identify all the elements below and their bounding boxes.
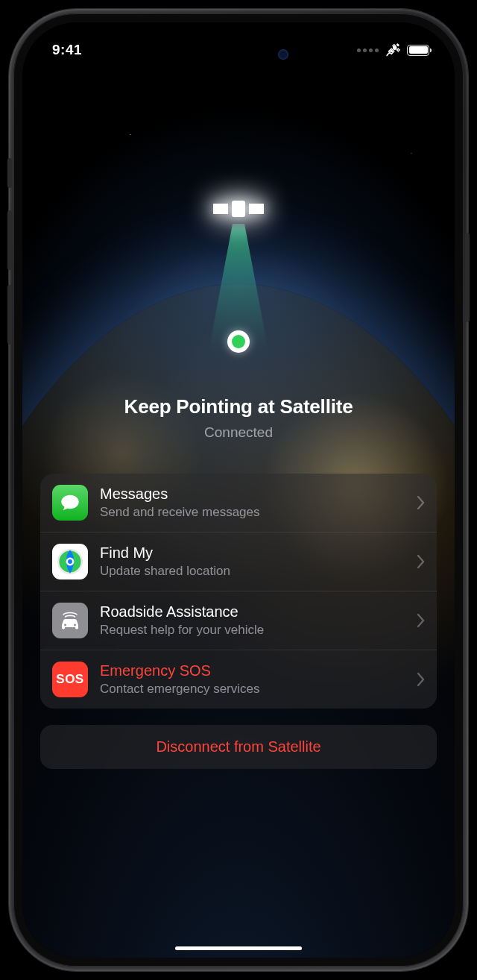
option-messages[interactable]: Messages Send and receive messages <box>40 474 437 532</box>
phone-frame: 9:41 Keep Pointing at Satellite Connecte… <box>9 9 468 971</box>
svg-rect-1 <box>396 43 399 47</box>
option-title: Messages <box>100 485 405 503</box>
svg-point-6 <box>68 559 72 564</box>
option-emergency-sos[interactable]: SOS Emergency SOS Contact emergency serv… <box>40 650 437 709</box>
svg-point-0 <box>393 46 397 51</box>
messages-icon <box>52 485 88 521</box>
dynamic-island <box>183 39 294 70</box>
chevron-right-icon <box>417 673 425 686</box>
option-desc: Request help for your vehicle <box>100 622 405 638</box>
options-list: Messages Send and receive messages Find … <box>40 474 437 709</box>
home-indicator[interactable] <box>175 946 302 950</box>
option-title: Emergency SOS <box>100 662 405 680</box>
option-title: Roadside Assistance <box>100 603 405 621</box>
headline-subtitle: Connected <box>40 424 437 441</box>
chevron-right-icon <box>417 496 425 509</box>
sos-icon: SOS <box>52 662 88 697</box>
disconnect-button[interactable]: Disconnect from Satellite <box>40 725 437 769</box>
svg-point-8 <box>74 624 76 626</box>
satellite-status-icon <box>385 42 401 58</box>
status-time: 9:41 <box>52 42 82 58</box>
find-my-icon <box>52 544 88 579</box>
chevron-right-icon <box>417 555 425 568</box>
option-roadside[interactable]: Roadside Assistance Request help for you… <box>40 591 437 650</box>
headline-title: Keep Pointing at Satellite <box>40 395 437 418</box>
svg-point-7 <box>64 624 66 626</box>
battery-icon <box>407 45 429 56</box>
option-desc: Send and receive messages <box>100 504 405 521</box>
signal-dots-icon <box>357 48 379 52</box>
option-desc: Update shared location <box>100 563 405 579</box>
headline: Keep Pointing at Satellite Connected <box>40 395 437 441</box>
screen: 9:41 Keep Pointing at Satellite Connecte… <box>22 22 455 958</box>
option-find-my[interactable]: Find My Update shared location <box>40 532 437 591</box>
option-title: Find My <box>100 544 405 562</box>
option-desc: Contact emergency services <box>100 681 405 697</box>
roadside-icon <box>52 603 88 638</box>
chevron-right-icon <box>417 614 425 627</box>
